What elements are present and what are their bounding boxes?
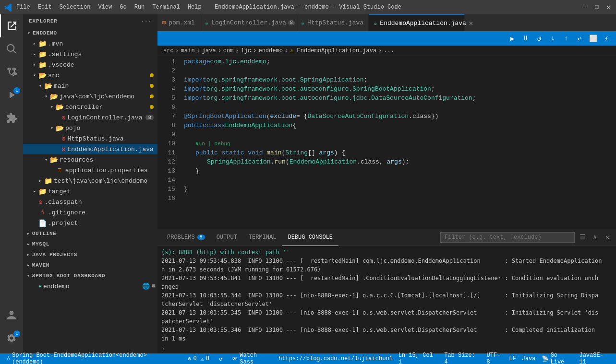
activity-run-debug[interactable]: 1: [0, 83, 23, 106]
debug-step-into-button[interactable]: ↓: [547, 33, 558, 44]
chevron-right-icon: ▸: [27, 241, 30, 247]
status-language[interactable]: Java: [519, 353, 539, 364]
status-java-version[interactable]: JavaSE-11: [576, 353, 612, 364]
activity-settings[interactable]: 1: [0, 327, 23, 350]
status-errors-warnings[interactable]: ⊗ 0 ⚠ 8: [185, 353, 212, 364]
activity-search[interactable]: [0, 37, 23, 60]
sidebar-item-main[interactable]: ▾ 📂 main: [23, 81, 157, 91]
activity-account[interactable]: [0, 304, 23, 327]
panel-menu-icon[interactable]: ☰: [578, 232, 587, 242]
activity-source-control[interactable]: [0, 60, 23, 83]
code-line-12: SpringApplication.run(EnddemoApplication…: [179, 157, 616, 166]
sidebar-item-enddemo-app[interactable]: ● enddemo 🌐 ■: [23, 281, 157, 292]
menu-terminal[interactable]: Terminal: [152, 4, 180, 11]
debug-step-over-button[interactable]: ↺: [533, 33, 545, 44]
menu-help[interactable]: Help: [188, 4, 202, 11]
editor-area: ⊞ pom.xml ☕ LoginController.java 8 ● ☕ H…: [157, 14, 616, 353]
sidebar-item-project[interactable]: 📄 .project: [23, 218, 157, 228]
sidebar-item-settings[interactable]: ▸ 📁 .settings: [23, 49, 157, 59]
sidebar-item-test[interactable]: ▸ 📁 test\java\com\ljc\enddemo: [23, 176, 157, 186]
panel-collapse-icon[interactable]: ∧: [590, 232, 600, 242]
debug-restart-button[interactable]: ↩: [574, 33, 585, 44]
code-line-8: public class EnddemoApplication {: [179, 121, 616, 130]
code-editor[interactable]: package com.ljc.enddemo; import org.spri…: [179, 56, 616, 229]
close-button[interactable]: ✕: [604, 3, 612, 11]
sidebar-item-src[interactable]: ▾ 📂 src: [23, 70, 157, 81]
sidebar-item-controller[interactable]: ▾ 📂 controller: [23, 102, 157, 112]
sidebar-item-enddemo[interactable]: ▾ ENDDEMO: [23, 28, 157, 38]
settings-badge: 1: [13, 330, 20, 337]
tab-output[interactable]: OUTPUT: [211, 229, 243, 246]
menu-run[interactable]: Run: [134, 4, 145, 11]
debug-stop-button[interactable]: ⬜: [587, 33, 599, 44]
debug-pause-button[interactable]: ⏸: [520, 33, 531, 44]
activity-explorer[interactable]: [0, 14, 23, 37]
menu-edit[interactable]: Edit: [38, 4, 52, 11]
status-go-live[interactable]: 📡 Go Live: [539, 353, 577, 364]
status-sync[interactable]: ↺: [216, 353, 225, 364]
code-line-16: [179, 194, 616, 203]
tab-problems[interactable]: PROBLEMS 8: [161, 229, 211, 246]
debug-continue-button[interactable]: ▶: [507, 33, 518, 44]
tab-bar: ⊞ pom.xml ☕ LoginController.java 8 ● ☕ H…: [157, 14, 616, 31]
status-url[interactable]: https://blog.csdn.net/lujiaichun1: [276, 353, 396, 364]
sidebar-item-application-properties[interactable]: ≡ application.properties: [23, 165, 157, 176]
sidebar-item-login-controller[interactable]: ⊗ LoginController.java 8: [23, 112, 157, 123]
sidebar-item-gitignore[interactable]: ⑃ .gitignore: [23, 207, 157, 218]
stop-app-icon[interactable]: ■: [152, 282, 156, 290]
maximize-button[interactable]: □: [593, 3, 601, 11]
debug-hot-code-replace-button[interactable]: ⚡: [601, 33, 612, 44]
tab-enddemo-application[interactable]: ☕ EnddemoApplication.java ✕: [369, 14, 465, 31]
activity-bar: 1 1: [0, 14, 23, 353]
filter-input[interactable]: [440, 232, 575, 243]
status-watch-sass[interactable]: 👁 Watch Sass: [229, 353, 276, 364]
sidebar-item-enddemo-application[interactable]: ⊗ EnddemoApplication.java: [23, 144, 157, 154]
line-numbers: 1 2 3 4 5 6 7 8 9 10 11 12 13 14 15 16: [157, 56, 179, 229]
sidebar-item-java-com-ljc-enddemo[interactable]: ▾ 📂 java\com\ljc\enddemo: [23, 91, 157, 102]
status-git-branch[interactable]: ⑃ Spring Boot-EnddemoApplication<enddemo…: [4, 353, 181, 364]
folder-open-icon: 📂: [50, 156, 58, 164]
section-java-projects[interactable]: ▸ JAVA PROJECTS: [23, 249, 157, 260]
menu-view[interactable]: View: [98, 4, 112, 11]
tab-http-status[interactable]: ☕ HttpStatus.java: [296, 14, 369, 31]
minimize-button[interactable]: ─: [581, 3, 589, 11]
log-line-10: 2021-07-13 10:03:55.346 INFO 13100 --- […: [161, 326, 612, 334]
sidebar-item-mvn[interactable]: ▸ 📁 .mvn: [23, 38, 157, 49]
open-browser-icon[interactable]: 🌐: [142, 282, 150, 290]
sidebar-item-classpath[interactable]: ⊗ .classpath: [23, 197, 157, 207]
section-mysql[interactable]: ▸ MYSQL: [23, 239, 157, 249]
log-line-5: anged: [161, 282, 612, 291]
section-maven[interactable]: ▸ MAVEN: [23, 260, 157, 270]
run-debug-hint[interactable]: Run | Debug: [184, 139, 230, 149]
tab-pom[interactable]: ⊞ pom.xml: [157, 14, 200, 31]
status-tab-size[interactable]: Tab Size: 4: [441, 353, 483, 364]
eye-icon: 👁: [232, 355, 238, 363]
section-outline[interactable]: ▸ OUTLINE: [23, 228, 157, 239]
problems-badge: 8: [197, 235, 205, 240]
sidebar-item-vscode[interactable]: ▸ 📁 .vscode: [23, 59, 157, 70]
sidebar-actions[interactable]: ···: [141, 18, 152, 24]
modified-indicator: [150, 105, 154, 109]
panel-close-icon[interactable]: ✕: [603, 232, 612, 242]
status-line-ending[interactable]: LF: [506, 353, 519, 364]
sidebar-item-pojo[interactable]: ▾ 📂 pojo: [23, 123, 157, 133]
log-line-7: tcherServlet 'dispatcherServlet': [161, 300, 612, 308]
log-line-8: 2021-07-13 10:03:55.345 INFO 13100 --- […: [161, 308, 612, 317]
tab-close-icon[interactable]: ✕: [469, 19, 473, 27]
debug-step-out-button[interactable]: ↑: [560, 33, 572, 44]
sidebar-item-http-status[interactable]: ⊗ HttpStatus.java: [23, 133, 157, 144]
tab-login-controller[interactable]: ☕ LoginController.java 8 ●: [200, 14, 296, 31]
status-encoding[interactable]: UTF-8: [484, 353, 507, 364]
tab-terminal[interactable]: TERMINAL: [243, 229, 282, 246]
section-spring-boot-dashboard[interactable]: ▾ SPRING BOOT DASHBOARD: [23, 270, 157, 281]
status-position[interactable]: Ln 15, Col 1: [396, 353, 441, 364]
menu-go[interactable]: Go: [120, 4, 126, 11]
tab-debug-console[interactable]: DEBUG CONSOLE: [282, 229, 338, 246]
go-live-icon: 📡: [542, 355, 549, 363]
activity-extensions[interactable]: [0, 106, 23, 129]
sidebar-item-resources[interactable]: ▾ 📂 resources: [23, 154, 157, 165]
menu-file[interactable]: File: [16, 4, 30, 11]
chevron-right-icon: ▸: [31, 62, 38, 68]
sidebar-item-target[interactable]: ▸ 📁 target: [23, 186, 157, 197]
menu-selection[interactable]: Selection: [60, 4, 91, 11]
